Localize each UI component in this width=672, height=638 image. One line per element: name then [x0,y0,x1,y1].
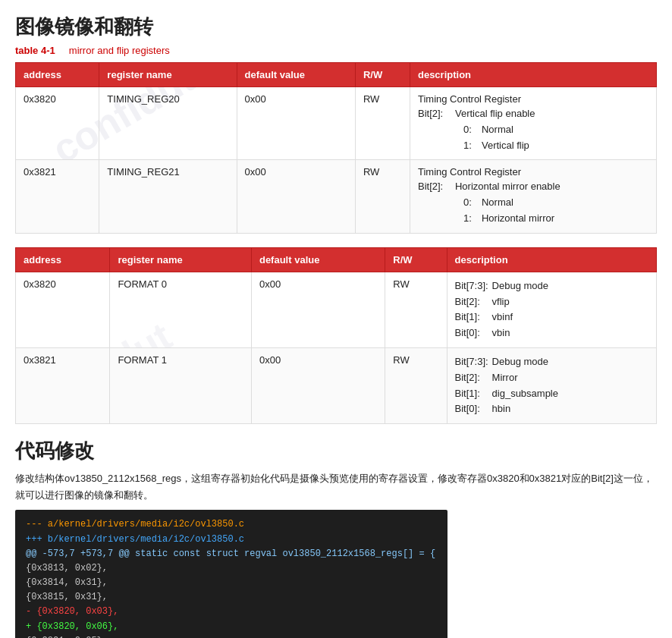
table2-header-row: address register name default value R/W … [16,247,657,272]
cell-address: 0x3820 [16,272,110,347]
desc-bit: Bit[2]: [418,106,452,122]
table1: address register name default value R/W … [15,62,657,234]
desc-line: Bit[7:3]: Debug mode [455,354,648,370]
desc-line: Bit[1]: dig_subsample [455,386,648,402]
desc-bit: Bit[0]: [455,401,489,417]
desc-line: Bit[2]: vflip [455,294,648,310]
desc-text: vflip [492,294,510,310]
cell-address: 0x3821 [16,160,99,233]
cell-rw: RW [385,272,447,347]
table2-col-default: default value [251,247,385,272]
desc-text: dig_subsample [492,386,558,402]
cell-rw: RW [385,347,447,423]
desc-line: 0: Normal [463,122,648,138]
section2-text: 修改结构体ov13850_2112x1568_regs，这组寄存器初始化代码是摄… [15,470,657,504]
cell-register: TIMING_REG21 [99,160,237,233]
code-line: @@ -573,7 +573,7 @@ static const struct … [26,547,437,561]
desc-text: Normal [482,122,513,138]
code-line: {0x3821, 0x05}, [26,634,437,638]
table-row: 0x3821 FORMAT 1 0x00 RW Bit[7:3]: Debug … [16,347,657,423]
desc-bit: Bit[0]: [455,325,489,341]
table2: address register name default value R/W … [15,247,657,424]
section2-title: 代码修改 [15,438,657,464]
cell-register: TIMING_REG20 [99,87,237,160]
table-row: 0x3821 TIMING_REG21 0x00 RW Timing Contr… [16,160,657,233]
desc-text: Debug mode [492,278,548,294]
cell-desc: Bit[7:3]: Debug mode Bit[2]: Mirror Bit[… [447,347,656,423]
desc-line: 1: Vertical flip [463,138,648,154]
table1-label-key: table 4-1 [15,45,55,56]
desc-text: hbin [492,401,511,417]
table-row: 0x3820 FORMAT 0 0x00 RW Bit[7:3]: Debug … [16,272,657,347]
cell-desc: Timing Control Register Bit[2]: Vertical… [410,87,656,160]
desc-line: Bit[7:3]: Debug mode [455,278,648,294]
table1-label: table 4-1 mirror and flip registers [15,45,657,56]
table2-col-register: register name [110,247,252,272]
code-line: {0x3815, 0x31}, [26,590,437,605]
table1-header-row: address register name default value R/W … [16,63,657,87]
table1-col-default: default value [237,63,355,87]
desc-bit: Bit[2]: [455,370,489,386]
desc-line: Bit[2]: Vertical flip enable [418,106,648,122]
code-line: {0x3813, 0x02}, [26,561,437,576]
desc-bit: 0: [463,122,479,138]
desc-bit: 0: [463,195,479,211]
table1-label-value: mirror and flip registers [69,45,170,56]
desc-title: Timing Control Register [418,93,648,105]
cell-register: FORMAT 1 [110,347,252,423]
cell-default: 0x00 [237,160,355,233]
desc-text: Mirror [492,370,518,386]
cell-rw: RW [355,160,410,233]
desc-text: Horizontal mirror [482,211,554,227]
desc-bit: Bit[1]: [455,310,489,325]
code-line: + {0x3820, 0x06}, [26,620,437,634]
table2-col-desc: description [447,247,656,272]
cell-default: 0x00 [251,272,385,347]
table1-col-address: address [16,63,99,87]
table2-col-rw: R/W [385,247,447,272]
cell-default: 0x00 [237,87,355,160]
table1-col-register: register name [99,63,237,87]
desc-text: Debug mode [492,354,548,370]
table2-col-address: address [16,247,110,272]
desc-line: Bit[0]: vbin [455,325,648,341]
page-title: 图像镜像和翻转 [15,14,657,40]
desc-text: vbinf [492,310,513,325]
desc-line: Bit[1]: vbinf [455,310,648,325]
table1-col-desc: description [410,63,656,87]
table-row: 0x3820 TIMING_REG20 0x00 RW Timing Contr… [16,87,657,160]
desc-line: 1: Horizontal mirror [463,211,648,227]
cell-address: 0x3821 [16,347,110,423]
desc-text: Normal [482,195,513,211]
desc-line: 0: Normal [463,195,648,211]
desc-bit: Bit[1]: [455,386,489,402]
cell-rw: RW [355,87,410,160]
cell-desc: Bit[7:3]: Debug mode Bit[2]: vflip Bit[1… [447,272,656,347]
code-line: {0x3814, 0x31}, [26,576,437,590]
desc-bit: Bit[7:3]: [455,354,489,370]
cell-register: FORMAT 0 [110,272,252,347]
desc-line: Bit[2]: Mirror [455,370,648,386]
desc-title: Timing Control Register [418,166,648,178]
code-block: --- a/kernel/drivers/media/i2c/ovl3850.c… [15,510,447,638]
cell-desc: Timing Control Register Bit[2]: Horizont… [410,160,656,233]
desc-text: Vertical flip enable [455,106,535,122]
desc-line: Bit[0]: hbin [455,401,648,417]
desc-text: vbin [492,325,510,341]
cell-default: 0x00 [251,347,385,423]
desc-bit: Bit[2]: [418,179,452,195]
desc-bit: Bit[2]: [455,294,489,310]
desc-bit: 1: [463,211,479,227]
desc-line: Bit[2]: Horizontal mirror enable [418,179,648,195]
desc-bit: 1: [463,138,479,154]
desc-text: Vertical flip [482,138,529,154]
desc-bit: Bit[7:3]: [455,278,489,294]
desc-text: Horizontal mirror enable [455,179,561,195]
table1-col-rw: R/W [355,63,410,87]
code-line: - {0x3820, 0x03}, [26,605,437,619]
cell-address: 0x3820 [16,87,99,160]
code-line: --- a/kernel/drivers/media/i2c/ovl3850.c [26,517,437,532]
code-line: +++ b/kernel/drivers/media/i2c/ovl3850.c [26,533,437,547]
